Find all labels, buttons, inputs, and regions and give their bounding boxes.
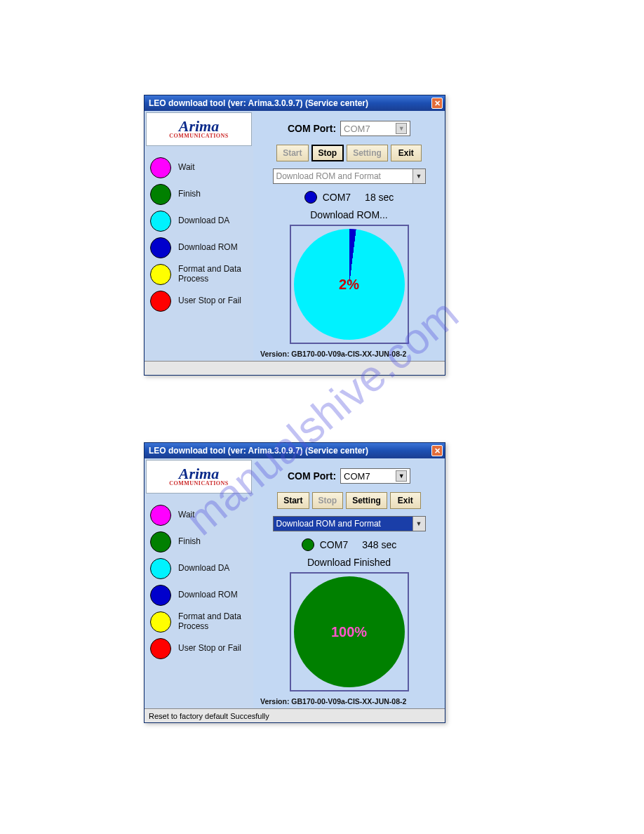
setting-button[interactable]: Setting: [347, 145, 388, 161]
button-row: Start Stop Setting Exit: [277, 492, 421, 509]
exit-button[interactable]: Exit: [390, 492, 421, 509]
window-title: LEO download tool (ver: Arima.3.0.9.7) (…: [149, 98, 368, 108]
comport-label: COM Port:: [288, 470, 336, 482]
legend: Wait Finish Download DA Download RO: [145, 495, 253, 659]
status-bar-text: Reset to factory default Succesfully: [149, 712, 269, 720]
comport-value: COM7: [344, 471, 370, 482]
start-button[interactable]: Start: [277, 492, 309, 509]
operation-value: Download ROM and Format: [276, 171, 381, 181]
fail-swatch: [150, 638, 171, 659]
sidebar: Arima COMMUNICATIONS Wait Finish: [145, 458, 253, 708]
start-button[interactable]: Start: [276, 145, 308, 161]
version-label: Version: GB170-00-V09a-CIS-XX-JUN-08-2: [259, 348, 406, 361]
stop-button[interactable]: Stop: [312, 492, 344, 509]
status-time: 348 sec: [362, 539, 396, 550]
close-icon[interactable]: ✕: [431, 445, 443, 456]
legend: Wait Finish Download DA Download RO: [145, 147, 253, 312]
operation-select[interactable]: Download ROM and Format ▼: [273, 516, 426, 531]
legend-label: Download ROM: [178, 243, 238, 253]
chevron-down-icon: ▼: [412, 169, 425, 183]
setting-button[interactable]: Setting: [346, 492, 387, 509]
legend-label: Download ROM: [178, 590, 238, 600]
close-icon[interactable]: ✕: [431, 98, 443, 109]
status-row: COM7 18 sec: [304, 191, 394, 204]
legend-label: Download DA: [178, 564, 229, 574]
status-bar: Reset to factory default Succesfully: [145, 708, 445, 722]
phase-label: Download ROM...: [310, 209, 387, 220]
legend-item-fail: User Stop or Fail: [150, 291, 249, 312]
chevron-down-icon: ▼: [412, 517, 425, 531]
comport-label: COM Port:: [288, 123, 336, 134]
legend-label: Format and Data Process: [178, 612, 249, 632]
status-port: COM7: [320, 539, 348, 550]
progress-pie-frame: 2%: [290, 225, 409, 344]
legend-label: User Stop or Fail: [178, 644, 241, 654]
legend-item-download-da: Download DA: [150, 558, 249, 579]
sidebar: Arima COMMUNICATIONS Wait Finish: [145, 111, 253, 361]
download-da-swatch: [150, 558, 171, 579]
legend-item-finish: Finish: [150, 531, 249, 552]
status-bar: [145, 361, 445, 375]
progress-percent: 2%: [339, 277, 359, 293]
legend-item-wait: Wait: [150, 505, 249, 526]
download-rom-swatch: [150, 585, 171, 606]
format-swatch: [150, 611, 171, 633]
wait-swatch: [150, 157, 171, 178]
titlebar[interactable]: LEO download tool (ver: Arima.3.0.9.7) (…: [145, 443, 445, 458]
logo-main: Arima: [179, 119, 219, 133]
legend-item-download-rom: Download ROM: [150, 585, 249, 606]
progress-percent: 100%: [331, 624, 367, 640]
legend-item-download-rom: Download ROM: [150, 237, 249, 258]
exit-button[interactable]: Exit: [391, 145, 422, 161]
status-time: 18 sec: [365, 192, 394, 203]
phase-label: Download Finished: [307, 557, 391, 568]
comport-select[interactable]: COM7 ▼: [340, 121, 410, 136]
legend-item-finish: Finish: [150, 184, 249, 205]
status-port: COM7: [323, 192, 351, 203]
legend-item-wait: Wait: [150, 157, 249, 178]
progress-pie: 2%: [294, 229, 405, 340]
logo-sub: COMMUNICATIONS: [169, 133, 229, 139]
legend-item-format: Format and Data Process: [150, 264, 249, 285]
leo-download-tool-window-2: LEO download tool (ver: Arima.3.0.9.7) (…: [144, 442, 445, 723]
legend-label: Wait: [178, 163, 195, 173]
operation-value: Download ROM and Format: [276, 519, 381, 529]
chevron-down-icon: ▼: [396, 123, 407, 134]
operation-select[interactable]: Download ROM and Format ▼: [273, 168, 426, 184]
status-dot-icon: [302, 538, 314, 551]
status-row: COM7 348 sec: [302, 538, 397, 551]
logo-sub: COMMUNICATIONS: [169, 480, 229, 486]
logo-main: Arima: [179, 467, 219, 481]
legend-label: Download DA: [178, 216, 229, 226]
logo: Arima COMMUNICATIONS: [146, 460, 252, 494]
download-rom-swatch: [150, 237, 171, 258]
chevron-down-icon: ▼: [396, 470, 407, 482]
comport-select[interactable]: COM7 ▼: [340, 468, 410, 484]
progress-pie-frame: 100%: [290, 572, 409, 691]
leo-download-tool-window-1: LEO download tool (ver: Arima.3.0.9.7) (…: [144, 95, 445, 376]
window-title: LEO download tool (ver: Arima.3.0.9.7) (…: [149, 446, 368, 456]
button-row: Start Stop Setting Exit: [276, 145, 422, 161]
version-label: Version: GB170-00-V09a-CIS-XX-JUN-08-2: [259, 696, 406, 708]
logo: Arima COMMUNICATIONS: [146, 112, 252, 146]
legend-item-format: Format and Data Process: [150, 611, 249, 633]
legend-item-download-da: Download DA: [150, 211, 249, 232]
fail-swatch: [150, 291, 171, 312]
wait-swatch: [150, 505, 171, 526]
progress-pie: 100%: [294, 576, 405, 687]
main-panel: COM Port: COM7 ▼ Start Stop Setting Exit…: [253, 111, 445, 361]
legend-label: Wait: [178, 510, 195, 520]
format-swatch: [150, 264, 171, 285]
legend-label: Finish: [178, 537, 201, 547]
finish-swatch: [150, 184, 171, 205]
legend-label: Format and Data Process: [178, 265, 249, 284]
main-panel: COM Port: COM7 ▼ Start Stop Setting Exit…: [253, 458, 445, 708]
comport-value: COM7: [344, 124, 370, 134]
status-dot-icon: [304, 191, 317, 204]
finish-swatch: [150, 531, 171, 552]
stop-button[interactable]: Stop: [311, 145, 344, 161]
comport-row: COM Port: COM7 ▼: [288, 121, 410, 136]
comport-row: COM Port: COM7 ▼: [288, 468, 410, 484]
titlebar[interactable]: LEO download tool (ver: Arima.3.0.9.7) (…: [145, 95, 445, 111]
legend-label: User Stop or Fail: [178, 296, 241, 306]
